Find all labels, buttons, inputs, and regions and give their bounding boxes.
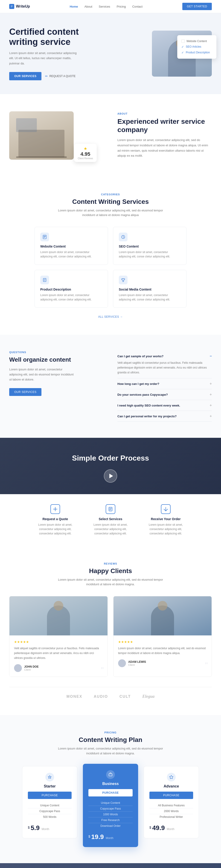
testimonial-card-2: ★★★★★ Lorem ipsum dolor sit amet, consec…: [113, 596, 212, 677]
faq-question-4[interactable]: Can I get personal writer for my project…: [117, 414, 212, 418]
cta-section: Have a project in mind? Lorem ipsum dolo…: [0, 863, 221, 868]
service-title-3: Product Description: [40, 287, 102, 291]
step-icon-2: [106, 504, 115, 514]
about-text: ABOUT Experienced writer service company…: [117, 112, 212, 158]
nav-home[interactable]: Home: [70, 5, 78, 8]
quote-mark-2: ": [205, 661, 208, 669]
pricing-plan-business: Business: [88, 782, 133, 786]
pricing-icon-business: [106, 770, 115, 779]
faq-item-0: Can I get sample of your works? − Velit …: [117, 351, 212, 378]
process-section: Simple Order Process Request a Quote Lor…: [0, 438, 221, 546]
testimonials-tag: REVIEWS: [9, 562, 212, 565]
author-title-1: Client: [24, 668, 39, 671]
logo-elegua: Elegua: [142, 694, 155, 699]
service-desc-4: Lorem ipsum dolor sit amet, consectetur …: [119, 293, 181, 302]
pricing-card-advance: Advance PURCHASE All Business Features 2…: [144, 766, 199, 838]
service-title-4: Social Media Content: [119, 287, 181, 291]
faq-question-0[interactable]: Can I get sample of your works? −: [117, 354, 212, 358]
testimonials-section: REVIEWS Happy Clients Lorem ipsum dolor …: [0, 546, 221, 715]
rating-label: Client Reviews: [78, 157, 93, 160]
hero-section: Certified content writing service Lorem …: [0, 13, 221, 94]
nav-pricing[interactable]: Pricing: [117, 5, 126, 8]
testimonial-stars-1: ★★★★★: [14, 640, 103, 644]
testimonial-bg-2: [113, 596, 212, 636]
about-title: Experienced writer service company: [117, 117, 212, 134]
faq-question-3[interactable]: I need high quality SEO content every we…: [117, 403, 212, 407]
stars: ★: [78, 146, 93, 151]
testimonial-author-2: ADAM LEWIS Client: [118, 659, 207, 667]
hero-subtitle: Lorem ipsum dolor sit amet, consectetur …: [9, 51, 78, 66]
about-image-area: ★ 4.95 Client Reviews: [9, 111, 104, 160]
pricing-price-advance: $ 49.9 Month: [149, 824, 193, 832]
step-title-2: Select Services: [87, 517, 134, 521]
faq-title: Well organize content: [9, 356, 104, 364]
rating-number: 4.95: [78, 151, 93, 157]
nav-cta-button[interactable]: GET STARTED: [182, 3, 212, 10]
services-section: CATEGORIES Content Writing Services Lore…: [0, 177, 221, 335]
rating-badge: ★ 4.95 Client Reviews: [74, 144, 97, 162]
logo-cult: CULT: [119, 694, 131, 699]
all-services-link[interactable]: ALL SERVICES →: [98, 315, 123, 318]
service-card-3: Product Description Lorem ipsum dolor si…: [34, 270, 108, 308]
nav-about[interactable]: About: [84, 5, 92, 8]
service-title-2: SEO Content: [119, 245, 181, 248]
process-steps: Request a Quote Lorem ipsum dolor sit am…: [0, 494, 221, 546]
pricing-features-business: Unique Content Copyscape Pass 1000 Words…: [88, 800, 133, 829]
faq-left: QUESTIONS Well organize content Lorem ip…: [9, 351, 104, 422]
faq-right: Can I get sample of your works? − Velit …: [117, 351, 212, 422]
process-title: Simple Order Process: [9, 454, 212, 462]
about-image: [9, 111, 74, 160]
nav-links: Home About Services Pricing Contact: [70, 5, 143, 8]
testimonial-author-1: JOHN DOE Client: [14, 664, 103, 672]
svg-rect-0: [43, 235, 46, 239]
faq-answer-0: Velit aliquet sagittis id consectetur pu…: [117, 361, 212, 375]
pricing-btn-advance[interactable]: PURCHASE: [149, 792, 193, 799]
service-desc-2: Lorem ipsum dolor sit amet, consectetur …: [119, 250, 181, 259]
dropdown-item-2: ✓ SEO Articles: [182, 44, 212, 50]
pricing-cards: Starter PURCHASE Unique Content Copyscap…: [9, 766, 212, 847]
step-desc-2: Lorem ipsum dolor sit amet, consectetur …: [87, 523, 134, 536]
service-title-1: Website Content: [40, 245, 102, 248]
service-card-1: Website Content Lorem ipsum dolor sit am…: [34, 227, 108, 265]
service-card-4: Social Media Content Lorem ipsum dolor s…: [113, 270, 187, 308]
about-desc: Lorem ipsum dolor sit amet, consectetur …: [117, 137, 212, 158]
testimonials-title: Happy Clients: [9, 567, 212, 575]
checkbox-icon-1: [182, 39, 185, 43]
step-title-3: Receive Your Order: [143, 517, 189, 521]
nav-services[interactable]: Services: [99, 5, 110, 8]
services-grid: Website Content Lorem ipsum dolor sit am…: [34, 227, 187, 308]
step-desc-1: Lorem ipsum dolor sit amet, consectetur …: [32, 523, 78, 536]
service-desc-3: Lorem ipsum dolor sit amet, consectetur …: [40, 293, 102, 302]
faq-question-1[interactable]: How long can I get my order? +: [117, 382, 212, 386]
testimonial-card-1: ★★★★★ Velit aliquet sagittis id consecte…: [9, 596, 108, 677]
faq-question-2[interactable]: Do your services pass Copyscape? +: [117, 393, 212, 397]
nav-contact[interactable]: Contact: [132, 5, 142, 8]
service-icon-4: [119, 276, 128, 284]
author-avatar-2: [118, 659, 126, 667]
pencil-icon: ✏: [45, 74, 48, 78]
step-desc-3: Lorem ipsum dolor sit amet, consectetur …: [143, 523, 189, 536]
testimonials-grid: ★★★★★ Velit aliquet sagittis id consecte…: [9, 596, 212, 677]
dropdown-item-1: Website Content: [182, 38, 212, 44]
pricing-btn-starter[interactable]: PURCHASE: [28, 792, 72, 799]
check-icon-2: ✓: [182, 45, 184, 49]
nav-logo[interactable]: WriteUp: [9, 4, 30, 9]
pricing-plan-starter: Starter: [28, 784, 72, 788]
pricing-icon-advance: [167, 773, 176, 781]
faq-btn[interactable]: OUR SERVICES: [9, 388, 42, 396]
pricing-features-advance: All Business Features 2000 Words Profess…: [149, 803, 193, 820]
process-step-1: Request a Quote Lorem ipsum dolor sit am…: [32, 504, 78, 536]
hero-primary-btn[interactable]: OUR SERVICES: [9, 72, 42, 80]
navbar: WriteUp Home About Services Pricing Cont…: [0, 0, 221, 13]
pricing-card-business: Business PURCHASE Unique Content Copysca…: [83, 764, 138, 847]
pricing-plan-advance: Advance: [149, 784, 193, 788]
service-icon-2: [119, 232, 128, 241]
play-button[interactable]: [104, 469, 117, 483]
testimonial-stars-2: ★★★★★: [118, 640, 207, 644]
pricing-btn-business[interactable]: PURCHASE: [88, 789, 133, 797]
testimonial-bg-1: [9, 596, 108, 636]
step-title-1: Request a Quote: [32, 517, 78, 521]
faq-item-2: Do your services pass Copyscape? +: [117, 389, 212, 400]
services-tag: CATEGORIES: [9, 193, 212, 196]
hero-secondary-btn[interactable]: ✏ REQUEST A QUOTE: [45, 74, 76, 78]
